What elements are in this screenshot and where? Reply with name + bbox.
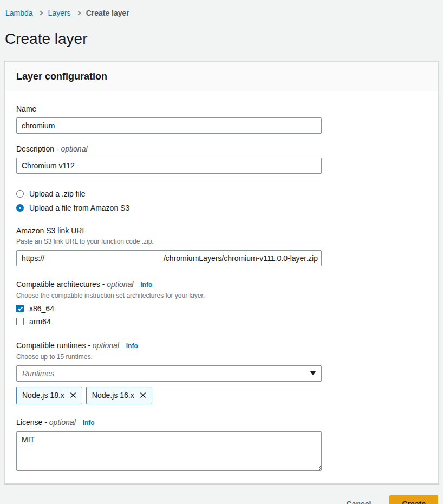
cancel-button[interactable]: Cancel	[344, 496, 373, 504]
description-optional-text: optional	[61, 145, 87, 153]
chevron-down-icon	[310, 371, 316, 375]
license-info-link[interactable]: Info	[83, 419, 95, 427]
name-input[interactable]	[16, 117, 322, 134]
radio-selected-icon[interactable]	[16, 204, 24, 212]
description-field-group: Description - optional	[16, 145, 427, 174]
layer-configuration-panel: Layer configuration Name Description - o…	[4, 61, 439, 484]
s3-url-input[interactable]: https:// /chromiumLayers/chromium-v111.0…	[16, 250, 322, 266]
dismiss-token-button[interactable]	[140, 392, 146, 398]
architecture-x86-label: x86_64	[29, 304, 54, 313]
name-label: Name	[16, 104, 427, 114]
panel-title: Layer configuration	[16, 71, 107, 82]
s3-url-help: Paste an S3 link URL to your function co…	[16, 238, 427, 246]
breadcrumb: Lambda Layers Create layer	[0, 0, 443, 17]
checkbox-unchecked-icon[interactable]	[16, 318, 24, 325]
upload-s3-option[interactable]: Upload a file from Amazon S3	[16, 204, 427, 212]
architectures-label: Compatible architectures - optional Info	[16, 280, 427, 290]
license-textarea[interactable]: MIT	[16, 431, 322, 471]
breadcrumb-current: Create layer	[86, 9, 129, 17]
runtimes-select-placeholder: Runtimes	[22, 369, 54, 378]
runtimes-label: Compatible runtimes - optional Info	[16, 341, 427, 351]
breadcrumb-link-layers[interactable]: Layers	[48, 9, 71, 17]
upload-source-radio-group: Upload a .zip file Upload a file from Am…	[16, 189, 427, 212]
description-input[interactable]	[16, 158, 322, 174]
license-label: License - optional Info	[16, 418, 427, 428]
close-icon	[140, 392, 146, 398]
architecture-arm64-option[interactable]: arm64	[16, 317, 427, 326]
name-field-group: Name	[16, 104, 427, 134]
architecture-arm64-label: arm64	[29, 317, 51, 326]
s3-url-field-group: Amazon S3 link URL Paste an S3 link URL …	[16, 226, 427, 266]
upload-zip-option[interactable]: Upload a .zip file	[16, 189, 427, 198]
license-optional-text: optional	[49, 418, 76, 427]
runtimes-label-text: Compatible runtimes -	[16, 341, 90, 350]
close-icon	[70, 392, 76, 398]
architectures-optional-text: optional	[107, 280, 133, 289]
s3-url-suffix: /chromiumLayers/chromium-v111.0.0-layer.…	[164, 254, 318, 263]
runtime-token-label: Node.js 18.x	[22, 391, 64, 400]
s3-url-prefix: https://	[22, 254, 44, 263]
panel-header: Layer configuration	[5, 62, 438, 91]
description-label: Description - optional	[16, 145, 427, 154]
panel-body: Name Description - optional Upload a .zi…	[5, 91, 438, 483]
architectures-field-group: Compatible architectures - optional Info…	[16, 280, 427, 326]
runtime-token-label: Node.js 16.x	[92, 391, 134, 400]
checkbox-checked-icon[interactable]	[16, 305, 24, 312]
runtimes-info-link[interactable]: Info	[126, 342, 138, 350]
create-button[interactable]: Create	[389, 495, 438, 504]
description-label-text: Description -	[16, 145, 59, 153]
runtime-token-nodejs18: Node.js 18.x	[16, 387, 82, 404]
runtimes-help: Choose up to 15 runtimes.	[16, 353, 427, 361]
upload-s3-label: Upload a file from Amazon S3	[29, 204, 129, 212]
breadcrumb-separator-icon	[38, 11, 42, 15]
architectures-help: Choose the compatible instruction set ar…	[16, 292, 427, 300]
s3-url-label: Amazon S3 link URL	[16, 226, 427, 235]
footer-actions: Cancel Create	[0, 495, 438, 504]
runtime-tokens: Node.js 18.x Node.js 16.x	[16, 387, 427, 404]
radio-unselected-icon[interactable]	[16, 190, 24, 198]
breadcrumb-separator-icon	[76, 11, 80, 15]
architectures-info-link[interactable]: Info	[140, 281, 152, 289]
architecture-x86-option[interactable]: x86_64	[16, 304, 427, 313]
breadcrumb-link-lambda[interactable]: Lambda	[5, 9, 33, 17]
runtimes-optional-text: optional	[93, 341, 119, 350]
runtimes-field-group: Compatible runtimes - optional Info Choo…	[16, 341, 427, 404]
page-title: Create layer	[5, 31, 443, 48]
runtime-token-nodejs16: Node.js 16.x	[86, 387, 152, 404]
license-field-group: License - optional Info MIT	[16, 418, 427, 471]
dismiss-token-button[interactable]	[70, 392, 76, 398]
upload-zip-label: Upload a .zip file	[29, 189, 86, 198]
runtimes-select[interactable]: Runtimes	[16, 365, 322, 382]
license-label-text: License -	[16, 418, 47, 427]
architectures-label-text: Compatible architectures -	[16, 280, 105, 289]
